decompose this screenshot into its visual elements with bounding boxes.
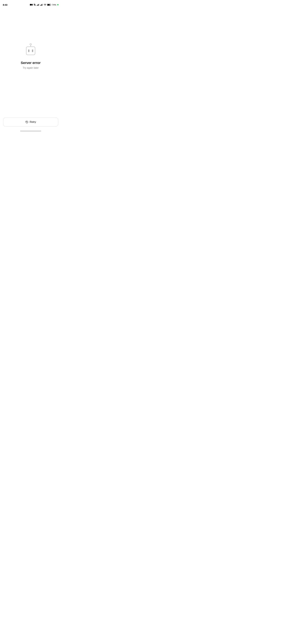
home-indicator xyxy=(20,131,41,132)
bottom-area: Retry xyxy=(0,118,61,133)
svg-rect-8 xyxy=(41,4,41,6)
status-bar: 8:43 xyxy=(0,0,61,8)
svg-rect-10 xyxy=(42,4,43,6)
retry-icon xyxy=(25,120,28,124)
wifi-icon xyxy=(44,4,46,6)
svg-rect-4 xyxy=(38,4,38,6)
battery-charging-dot xyxy=(57,4,58,5)
mute-icon xyxy=(34,4,36,6)
battery-percentage: 74% xyxy=(52,4,56,6)
status-time: 8:43 xyxy=(3,4,8,6)
svg-rect-17 xyxy=(28,50,30,52)
svg-rect-7 xyxy=(40,5,41,6)
svg-rect-13 xyxy=(47,4,50,5)
svg-rect-0 xyxy=(30,4,32,6)
battery-icon xyxy=(47,4,51,6)
svg-rect-18 xyxy=(32,50,33,52)
error-illustration xyxy=(24,43,37,56)
svg-rect-3 xyxy=(37,5,37,6)
retry-button[interactable]: Retry xyxy=(3,118,58,126)
svg-point-11 xyxy=(45,5,45,6)
status-icons: 74% xyxy=(30,4,58,6)
error-subtitle: Try again later xyxy=(23,66,39,69)
error-title: Server error xyxy=(21,61,40,65)
svg-rect-16 xyxy=(26,47,35,55)
svg-rect-5 xyxy=(38,4,39,6)
main-content: Server error Try again later xyxy=(0,8,61,118)
svg-rect-9 xyxy=(42,4,42,6)
server-error-icon xyxy=(24,43,37,56)
signal-icon-1 xyxy=(37,4,40,6)
signal-icon-2 xyxy=(40,4,43,6)
svg-point-14 xyxy=(30,44,32,45)
retry-label: Retry xyxy=(30,120,36,124)
svg-marker-1 xyxy=(32,4,33,6)
camera-icon xyxy=(30,4,33,6)
svg-rect-6 xyxy=(39,4,39,6)
